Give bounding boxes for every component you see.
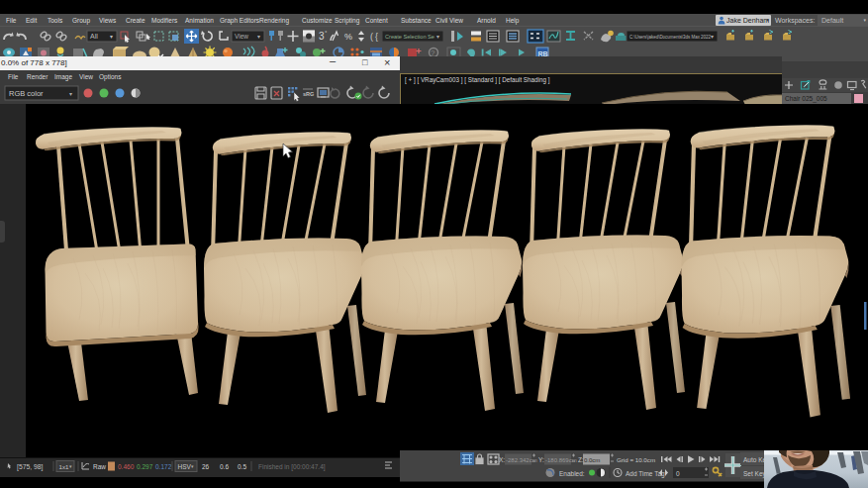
svg-text:▾: ▾ xyxy=(69,91,72,97)
svg-text:-282.342cm: -282.342cm xyxy=(506,457,537,463)
svg-text:-180.869cm: -180.869cm xyxy=(545,457,577,463)
svg-text:%: % xyxy=(344,32,352,42)
svg-text:▾: ▾ xyxy=(110,34,113,40)
svg-text:C:\Users\jaked\Documents\3ds M: C:\Users\jaked\Documents\3ds Max 2022 xyxy=(629,34,711,40)
svg-text:Grid = 10.0cm: Grid = 10.0cm xyxy=(617,456,655,463)
svg-text:▾: ▾ xyxy=(711,34,714,40)
svg-text:Create Selection Se: Create Selection Se xyxy=(385,34,435,40)
svg-text:1x1: 1x1 xyxy=(59,463,70,470)
svg-text:0.5: 0.5 xyxy=(238,463,246,470)
svg-text:Add Time Tag: Add Time Tag xyxy=(626,470,665,478)
svg-text:0.172: 0.172 xyxy=(155,463,172,470)
svg-text:▾: ▾ xyxy=(257,34,260,40)
svg-text:0: 0 xyxy=(676,470,680,477)
svg-text:Finished in [00:00:47.4]: Finished in [00:00:47.4] xyxy=(258,463,326,471)
svg-text:(: ( xyxy=(370,32,373,42)
svg-text:0.460: 0.460 xyxy=(118,463,135,470)
svg-text:X:: X: xyxy=(499,456,505,463)
svg-text:0.297: 0.297 xyxy=(137,463,153,470)
svg-text:0.0cm: 0.0cm xyxy=(584,457,600,463)
svg-text:RGB color: RGB color xyxy=(9,89,44,98)
svg-text:Enabled:: Enabled: xyxy=(559,470,585,477)
svg-text:°: ° xyxy=(325,30,328,36)
svg-text:View: View xyxy=(235,33,248,40)
svg-text:sRG: sRG xyxy=(303,91,314,97)
svg-text:HSV: HSV xyxy=(178,463,192,470)
svg-text:All: All xyxy=(90,33,98,40)
svg-text:Set Key: Set Key xyxy=(743,470,767,478)
svg-text:{: { xyxy=(375,32,378,42)
svg-text:0.6: 0.6 xyxy=(220,463,229,470)
svg-text:Raw: Raw xyxy=(93,463,106,470)
svg-text:▾: ▾ xyxy=(436,34,439,40)
svg-text:[575, 98]: [575, 98] xyxy=(17,463,44,471)
svg-text:26: 26 xyxy=(202,463,210,470)
svg-text:Y:: Y: xyxy=(538,456,544,463)
